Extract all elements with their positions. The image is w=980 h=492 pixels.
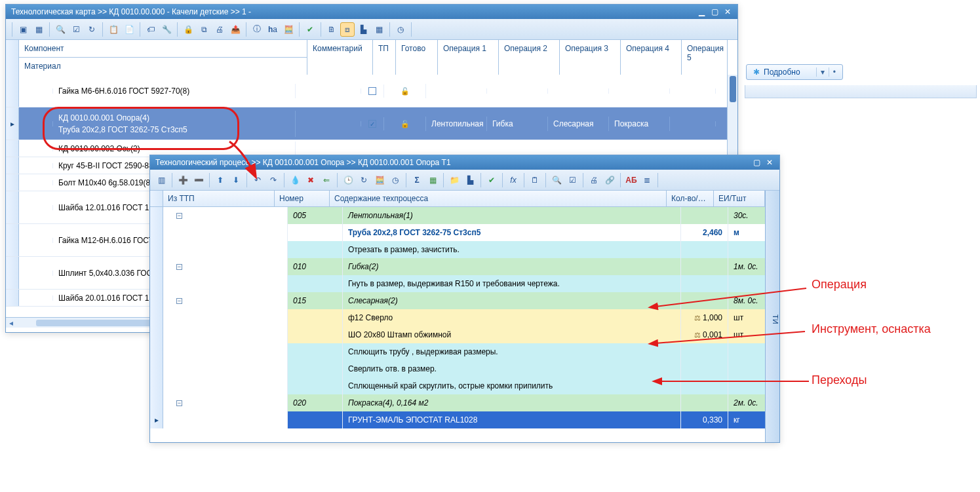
- maximize-icon[interactable]: ▢: [752, 158, 761, 167]
- header-desc[interactable]: Содержание техпроцесса: [330, 191, 667, 206]
- process-row-selected[interactable]: ▸ ГРУНТ-ЭМАЛЬ ЭПОСТАТ RAL1028 0,330 кг: [150, 411, 779, 428]
- process-row[interactable]: − 020 Покраска(4), 0,164 м2 2м. 0с.: [150, 394, 779, 411]
- export-icon[interactable]: 📤: [228, 22, 243, 37]
- filter-icon[interactable]: ☑: [69, 22, 83, 37]
- close-icon[interactable]: ✕: [765, 158, 774, 167]
- chevron-down-icon[interactable]: ▾: [816, 67, 825, 77]
- paste-icon[interactable]: 📄: [122, 22, 136, 37]
- check-all-icon[interactable]: ☑: [565, 173, 579, 187]
- window-tech-process: Технологический процесс >> КД 0010.00.00…: [149, 155, 780, 443]
- process-row[interactable]: − 015 Слесарная(2) 8м. 0с.: [150, 292, 779, 309]
- header-ready[interactable]: Готово: [396, 40, 438, 75]
- flow-icon[interactable]: ⧉: [197, 22, 211, 37]
- up-icon[interactable]: ⬆: [213, 173, 227, 187]
- header-unit[interactable]: ЕИ/Тшт: [714, 191, 765, 206]
- header-op4[interactable]: Операция 4: [621, 40, 682, 75]
- grid-header-tech-card: Компонент Материал Комментарий ТП Готово…: [6, 40, 737, 75]
- process-row[interactable]: Труба 20x2,8 ГОСТ 3262-75 Ст3сп5 2,460 м: [150, 224, 779, 241]
- attach-icon[interactable]: 🏷: [144, 22, 158, 37]
- process-row[interactable]: ф12 Сверло ⚖ 1,000 шт: [150, 309, 779, 326]
- process-row[interactable]: Отрезать в размер, зачистить.: [150, 241, 779, 258]
- copy-icon[interactable]: 📋: [106, 22, 121, 37]
- add-icon[interactable]: ➕: [176, 173, 190, 187]
- doc-icon[interactable]: 🗎: [324, 22, 339, 37]
- header-num[interactable]: Номер: [275, 191, 330, 206]
- cubes-icon[interactable]: ▙: [356, 22, 370, 37]
- header-ttp[interactable]: Из ТТП: [163, 191, 275, 206]
- process-row[interactable]: Сплющить трубу , выдерживая размеры.: [150, 343, 779, 360]
- delete-icon[interactable]: ✖: [304, 173, 318, 187]
- left-icon[interactable]: ⇐: [319, 173, 334, 187]
- close-icon[interactable]: ✕: [723, 7, 732, 16]
- table-row[interactable]: Гайка М6-6H.6.016 ГОСТ 5927-70(8): [6, 75, 737, 107]
- collapse-icon[interactable]: −: [176, 264, 182, 270]
- process-row[interactable]: Гнуть в размер, выдерживая R150 и требов…: [150, 275, 779, 292]
- refresh-icon[interactable]: ↻: [85, 22, 99, 37]
- header-comment[interactable]: Комментарий: [307, 40, 373, 75]
- tool-icon[interactable]: 🔧: [159, 22, 174, 37]
- collapse-all-icon[interactable]: ▣: [16, 22, 30, 37]
- process-row[interactable]: − 010 Гибка(2) 1м. 0с.: [150, 258, 779, 275]
- excel-icon[interactable]: ▦: [425, 173, 440, 187]
- titlebar-tech-process: Технологический процесс >> КД 0010.00.00…: [150, 155, 779, 170]
- detail-button[interactable]: Подробно ▾ •: [746, 64, 843, 80]
- print2-icon[interactable]: 🖨: [587, 173, 601, 187]
- label-step: Переходы: [812, 373, 867, 387]
- header-component[interactable]: Компонент: [19, 40, 307, 58]
- cubes2-icon[interactable]: ▙: [463, 173, 477, 187]
- diagram-icon[interactable]: ⧈: [340, 22, 355, 37]
- process-row[interactable]: ШО 20x80 Штамп обжимной ⚖ 0,001 шт: [150, 326, 779, 343]
- row-indicator-icon: ▸: [150, 411, 163, 428]
- text-icon[interactable]: ha: [265, 22, 280, 37]
- maximize-icon[interactable]: ▢: [710, 7, 719, 16]
- down-icon[interactable]: ⬇: [229, 173, 243, 187]
- ok-icon[interactable]: ✔: [303, 22, 317, 37]
- grid-icon[interactable]: ▦: [372, 22, 386, 37]
- search-icon[interactable]: 🔍: [53, 22, 68, 37]
- label-tool: Инструмент, оснастка: [812, 322, 931, 336]
- header-op2[interactable]: Операция 2: [499, 40, 560, 75]
- clock-icon[interactable]: 🕒: [341, 173, 355, 187]
- calc2-icon[interactable]: 🧮: [372, 173, 387, 187]
- process-row[interactable]: − 005 Лентопильная(1) 30с.: [150, 207, 779, 224]
- collapse-icon[interactable]: −: [176, 213, 182, 219]
- gauge2-icon[interactable]: ◷: [388, 173, 402, 187]
- table-row-selected[interactable]: ▸ КД 0010.00.001 Опора(4) Труба 20x2,8 Г…: [6, 107, 737, 140]
- redo-icon[interactable]: ↷: [266, 173, 281, 187]
- process-row[interactable]: Сплющенный край скруглить, острые кромки…: [150, 377, 779, 394]
- checkbox-icon[interactable]: [368, 87, 376, 95]
- header-op1[interactable]: Операция 1: [438, 40, 499, 75]
- header-op5[interactable]: Операция 5: [682, 40, 728, 75]
- gauge-icon[interactable]: ◷: [393, 22, 408, 37]
- header-tp[interactable]: ТП: [373, 40, 396, 75]
- header-qty[interactable]: Кол-во/…: [667, 191, 714, 206]
- sum-icon[interactable]: Σ: [410, 173, 424, 187]
- link-icon[interactable]: 🔗: [602, 173, 617, 187]
- search2-icon[interactable]: 🔍: [549, 173, 564, 187]
- view-icon[interactable]: ▥: [154, 173, 168, 187]
- print-icon[interactable]: 🖨: [212, 22, 227, 37]
- fx-icon[interactable]: fx: [506, 173, 520, 187]
- info-icon[interactable]: ⓘ: [250, 22, 264, 37]
- expand-all-icon[interactable]: ▦: [31, 22, 46, 37]
- drop-icon[interactable]: 💧: [288, 173, 302, 187]
- remove-icon[interactable]: ➖: [191, 173, 206, 187]
- process-row[interactable]: Сверлить отв. в размер.: [150, 360, 779, 377]
- minimize-icon[interactable]: ▁: [697, 7, 706, 16]
- lines-icon[interactable]: ≣: [640, 173, 654, 187]
- calc-icon[interactable]: 🧮: [281, 22, 296, 37]
- ribbon-strip: [745, 85, 977, 98]
- side-tab-ti[interactable]: ТИ: [765, 191, 779, 442]
- undo-icon[interactable]: ↶: [250, 173, 265, 187]
- notes-icon[interactable]: 🗒: [528, 173, 542, 187]
- header-material[interactable]: Материал: [19, 58, 307, 75]
- checkbox-checked-icon[interactable]: [368, 120, 376, 128]
- folder-icon[interactable]: 📁: [447, 173, 461, 187]
- spell-icon[interactable]: АБ: [624, 173, 638, 187]
- collapse-icon[interactable]: −: [176, 400, 182, 406]
- refresh2-icon[interactable]: ↻: [357, 173, 371, 187]
- lock-icon[interactable]: 🔒: [181, 22, 195, 37]
- header-op3[interactable]: Операция 3: [560, 40, 621, 75]
- ok2-icon[interactable]: ✔: [484, 173, 499, 187]
- collapse-icon[interactable]: −: [176, 298, 182, 304]
